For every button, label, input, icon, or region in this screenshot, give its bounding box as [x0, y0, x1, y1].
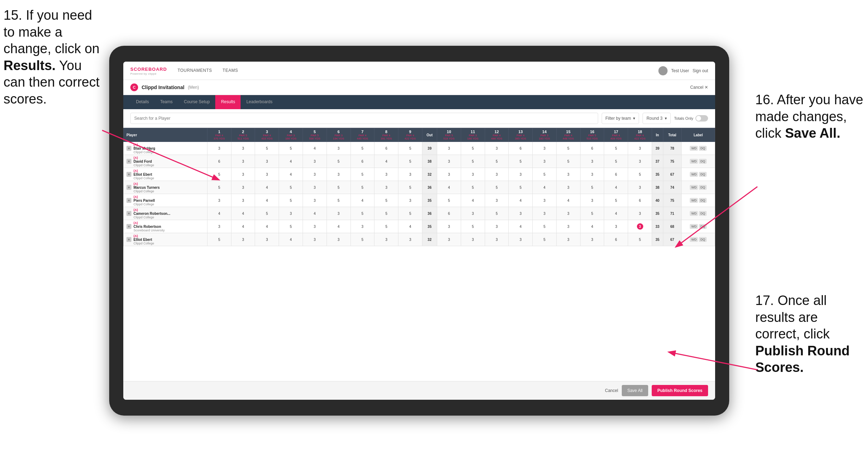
hole-8-score[interactable]: 3 [374, 168, 398, 181]
hole-13-score[interactable]: 5 [509, 155, 533, 168]
hole-12-score[interactable]: 3 [485, 168, 509, 181]
hole-17-score[interactable]: 6 [604, 168, 628, 181]
hole-17-score[interactable]: 5 [604, 194, 628, 207]
hole-13-score[interactable]: 3 [509, 168, 533, 181]
hole-6-score[interactable]: 3 [327, 168, 351, 181]
hole-15-score[interactable]: 5 [556, 155, 580, 168]
hole-18-score[interactable]: 3 [628, 181, 652, 194]
hole-2-score[interactable]: 3 [231, 142, 255, 155]
hole-6-score[interactable]: 5 [327, 155, 351, 168]
hole-13-score[interactable]: 4 [509, 220, 533, 233]
hole-9-score[interactable]: 3 [398, 233, 422, 246]
hole-14-score[interactable]: 3 [533, 207, 557, 220]
hole-9-score[interactable]: 5 [398, 207, 422, 220]
hole-11-score[interactable]: 3 [461, 207, 485, 220]
wd-button[interactable]: WD [690, 224, 698, 229]
hole-4-score[interactable]: 3 [279, 207, 303, 220]
hole-12-score[interactable]: 5 [485, 207, 509, 220]
sort-handle[interactable]: ≡ [126, 146, 131, 151]
hole-14-score[interactable]: 5 [533, 233, 557, 246]
hole-13-score[interactable]: 6 [509, 142, 533, 155]
hole-9-score[interactable]: 5 [398, 142, 422, 155]
hole-8-score[interactable]: 3 [374, 181, 398, 194]
tab-results[interactable]: Results [215, 95, 241, 109]
wd-button[interactable]: WD [690, 211, 698, 216]
hole-5-score[interactable]: 4 [303, 207, 327, 220]
hole-5-score[interactable]: 3 [303, 181, 327, 194]
tab-teams[interactable]: Teams [155, 95, 178, 109]
hole-5-score[interactable]: 3 [303, 194, 327, 207]
hole-1-score[interactable]: 5 [207, 181, 231, 194]
hole-8-score[interactable]: 3 [374, 233, 398, 246]
hole-10-score[interactable]: 4 [437, 181, 461, 194]
hole-9-score[interactable]: 5 [398, 155, 422, 168]
signout-link[interactable]: Sign out [693, 68, 708, 73]
hole-7-score[interactable]: 5 [351, 181, 374, 194]
hole-3-score[interactable]: 5 [255, 142, 279, 155]
hole-1-score[interactable]: 4 [207, 207, 231, 220]
hole-17-score[interactable]: 4 [604, 207, 628, 220]
hole-15-score[interactable]: 3 [556, 181, 580, 194]
hole-18-score[interactable]: 5 [628, 168, 652, 181]
hole-4-score[interactable]: 5 [279, 194, 303, 207]
hole-1-score[interactable]: 3 [207, 142, 231, 155]
hole-13-score[interactable]: 5 [509, 181, 533, 194]
hole-8-score[interactable]: 6 [374, 142, 398, 155]
hole-5-score[interactable]: 3 [303, 220, 327, 233]
hole-18-score[interactable]: 6 [628, 194, 652, 207]
wd-button[interactable]: WD [690, 146, 698, 151]
dq-button[interactable]: DQ [699, 159, 707, 164]
hole-3-score[interactable]: 4 [255, 181, 279, 194]
hole-8-score[interactable]: 5 [374, 207, 398, 220]
hole-17-score[interactable]: 5 [604, 155, 628, 168]
hole-12-score[interactable]: 3 [485, 194, 509, 207]
hole-11-score[interactable]: 5 [461, 142, 485, 155]
hole-2-score[interactable]: 3 [231, 233, 255, 246]
hole-10-score[interactable]: 3 [437, 233, 461, 246]
nav-tournaments[interactable]: TOURNAMENTS [178, 68, 212, 74]
hole-17-score[interactable]: 4 [604, 181, 628, 194]
dq-button[interactable]: DQ [699, 224, 707, 229]
hole-14-score[interactable]: 5 [533, 220, 557, 233]
hole-15-score[interactable]: 5 [556, 142, 580, 155]
dq-button[interactable]: DQ [699, 172, 707, 177]
hole-12-score[interactable]: 5 [485, 181, 509, 194]
hole-11-score[interactable]: 5 [461, 220, 485, 233]
hole-3-score[interactable]: 5 [255, 207, 279, 220]
hole-16-score[interactable]: 5 [580, 207, 604, 220]
hole-4-score[interactable]: 4 [279, 155, 303, 168]
totals-only-toggle[interactable] [695, 115, 708, 122]
hole-12-score[interactable]: 3 [485, 233, 509, 246]
cancel-tournament-btn[interactable]: Cancel ✕ [690, 85, 708, 90]
hole-8-score[interactable]: 4 [374, 155, 398, 168]
hole-16-score[interactable]: 6 [580, 142, 604, 155]
hole-11-score[interactable]: 5 [461, 181, 485, 194]
hole-15-score[interactable]: 3 [556, 233, 580, 246]
dq-button[interactable]: DQ [699, 237, 707, 242]
hole-14-score[interactable]: 5 [533, 168, 557, 181]
hole-17-score[interactable]: 5 [604, 142, 628, 155]
nav-teams[interactable]: TEAMS [223, 68, 238, 74]
hole-3-score[interactable]: 4 [255, 194, 279, 207]
hole-16-score[interactable]: 5 [580, 181, 604, 194]
hole-15-score[interactable]: 3 [556, 207, 580, 220]
sort-handle[interactable]: ≡ [126, 185, 131, 190]
hole-1-score[interactable]: 5 [207, 168, 231, 181]
hole-6-score[interactable]: 3 [327, 142, 351, 155]
hole-16-score[interactable]: 3 [580, 155, 604, 168]
hole-2-score[interactable]: 3 [231, 168, 255, 181]
tab-course-setup[interactable]: Course Setup [178, 95, 215, 109]
hole-15-score[interactable]: 4 [556, 194, 580, 207]
hole-7-score[interactable]: 5 [351, 168, 374, 181]
sort-handle[interactable]: ≡ [126, 159, 131, 164]
hole-9-score[interactable]: 4 [398, 220, 422, 233]
hole-11-score[interactable]: 5 [461, 155, 485, 168]
sort-handle[interactable]: ≡ [126, 237, 131, 242]
hole-13-score[interactable]: 3 [509, 233, 533, 246]
sort-handle[interactable]: ≡ [126, 224, 131, 229]
dq-button[interactable]: DQ [699, 185, 707, 190]
team-filter-dropdown[interactable]: Filter by team ▾ [602, 113, 639, 124]
hole-12-score[interactable]: 5 [485, 155, 509, 168]
wd-button[interactable]: WD [690, 237, 698, 242]
hole-11-score[interactable]: 4 [461, 194, 485, 207]
